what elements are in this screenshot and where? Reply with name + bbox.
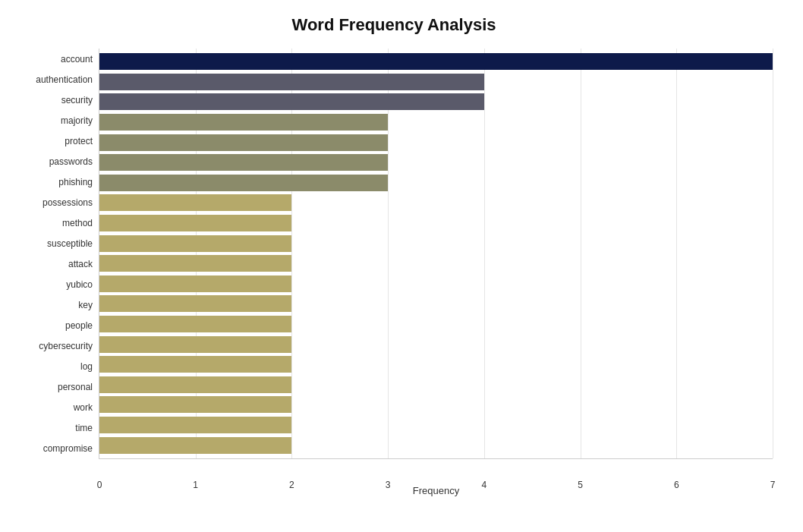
bar — [99, 336, 291, 353]
chart-title: Word Frequency Analysis — [15, 15, 773, 35]
y-label: compromise — [43, 439, 93, 459]
x-tick-label: 6 — [674, 480, 679, 490]
bar-row — [99, 294, 773, 313]
chart-area: accountauthenticationsecuritymajoritypro… — [15, 49, 773, 459]
bar-row — [99, 173, 773, 193]
y-label: authentication — [36, 69, 93, 90]
bar-row — [99, 153, 773, 172]
y-label: personal — [58, 377, 93, 398]
bar — [99, 295, 291, 312]
bar — [99, 396, 291, 413]
y-label: passwords — [49, 151, 93, 172]
x-tick-label: 1 — [193, 480, 198, 490]
y-label: method — [62, 212, 93, 233]
bar — [99, 93, 484, 110]
bar — [99, 235, 291, 252]
y-label: people — [65, 316, 93, 336]
y-label: protect — [65, 131, 93, 151]
bar-row — [99, 112, 773, 132]
bar — [99, 194, 291, 211]
bar-row — [99, 354, 773, 374]
bar-row — [99, 72, 773, 92]
bar-row — [99, 234, 773, 253]
y-axis: accountauthenticationsecuritymajoritypro… — [15, 49, 99, 459]
bars-container — [99, 49, 773, 458]
bar — [99, 316, 291, 332]
y-label: work — [74, 398, 93, 418]
plot-area: 01234567 Frequency — [99, 49, 773, 459]
bar — [99, 356, 291, 373]
grid-line — [773, 49, 773, 458]
bar-row — [99, 274, 773, 294]
y-label: possessions — [43, 192, 93, 212]
bar-row — [99, 415, 773, 435]
y-label: susceptible — [47, 233, 93, 253]
bar-row — [99, 133, 773, 153]
y-label: yubico — [66, 275, 93, 295]
bar-row — [99, 314, 773, 334]
bar — [99, 154, 388, 171]
y-label: key — [78, 295, 93, 316]
bar-row — [99, 253, 773, 273]
bar — [99, 74, 484, 90]
bar — [99, 275, 291, 292]
y-label: security — [61, 90, 93, 110]
bar-row — [99, 335, 773, 354]
y-label: majority — [61, 110, 93, 131]
x-axis-title: Frequency — [413, 485, 459, 496]
bar — [99, 215, 291, 231]
bar — [99, 53, 773, 70]
x-tick-label: 2 — [289, 480, 294, 490]
y-label: attack — [68, 253, 93, 274]
bar-row — [99, 436, 773, 455]
y-label: log — [80, 357, 93, 377]
x-tick-label: 7 — [770, 480, 776, 490]
bar — [99, 255, 291, 272]
y-label: account — [61, 49, 93, 69]
bar — [99, 114, 388, 131]
y-label: cybersecurity — [39, 336, 93, 357]
y-label: phishing — [58, 172, 93, 192]
bar-row — [99, 375, 773, 395]
x-tick-label: 4 — [482, 480, 487, 490]
bar-row — [99, 52, 773, 71]
bar-row — [99, 92, 773, 112]
y-label: time — [75, 418, 93, 439]
x-tick-label: 5 — [578, 480, 583, 490]
bar-row — [99, 193, 773, 212]
bar — [99, 376, 291, 393]
x-tick-label: 0 — [97, 480, 102, 490]
bar — [99, 175, 388, 191]
x-tick-label: 3 — [386, 480, 391, 490]
bar — [99, 417, 291, 433]
bar — [99, 134, 388, 151]
bar-row — [99, 213, 773, 233]
bar-row — [99, 395, 773, 414]
chart-container: Word Frequency Analysis accountauthentic… — [0, 0, 803, 532]
bar — [99, 437, 291, 454]
